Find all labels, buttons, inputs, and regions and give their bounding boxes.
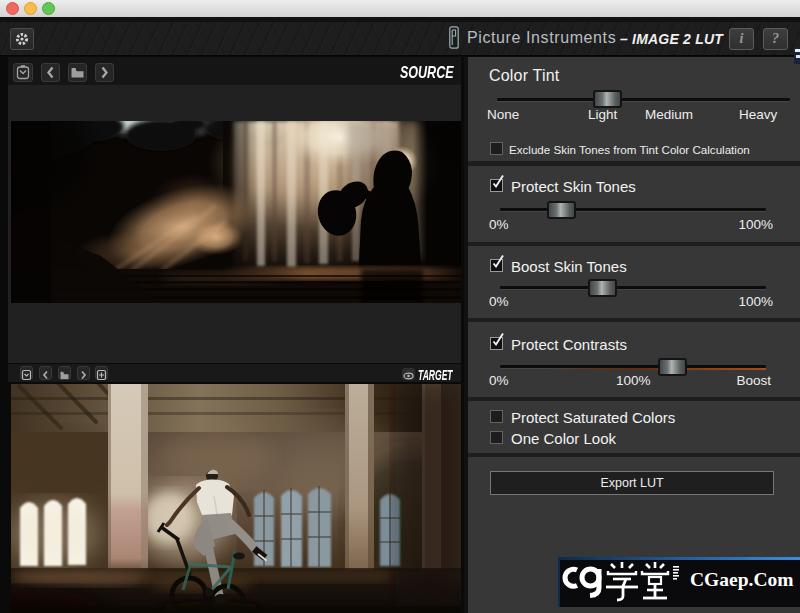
svg-text:CGaep.Com: CGaep.Com <box>690 569 793 590</box>
